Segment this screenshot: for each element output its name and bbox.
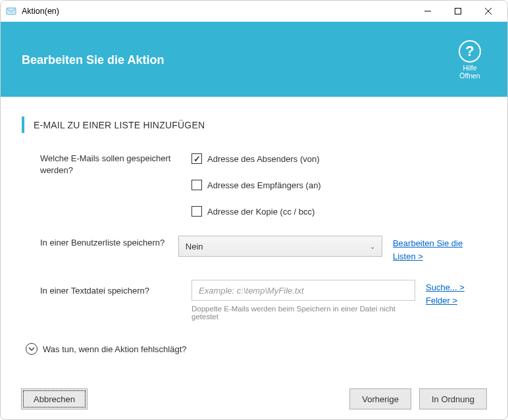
content: E-MAIL ZU EINER LISTE HINZUFÜGEN Welche … [1, 97, 507, 355]
checkbox-icon [191, 180, 202, 190]
checkbox-copy-label: Adresse der Kopie (cc / bcc) [207, 207, 315, 217]
svg-rect-1 [455, 9, 461, 14]
userlist-value: Nein [186, 242, 203, 251]
section-title: E-MAIL ZU EINER LISTE HINZUFÜGEN [34, 120, 205, 130]
section-heading: E-MAIL ZU EINER LISTE HINZUFÜGEN [22, 117, 486, 133]
failure-expander-label: Was tun, wenn die Aktion fehlschlägt? [43, 344, 186, 354]
checkbox-recipient-label: Adresse des Empfängers (an) [207, 180, 321, 190]
userlist-label: In einer Benutzerliste speichern? [40, 236, 178, 249]
checkbox-recipient[interactable]: Adresse des Empfängers (an) [191, 178, 415, 192]
cancel-button[interactable]: Abbrechen [21, 388, 88, 409]
window-title: Aktion(en) [22, 7, 413, 16]
svg-rect-0 [7, 8, 16, 14]
maximize-button[interactable] [443, 1, 473, 22]
header-banner: Bearbeiten Sie die Aktion ? Hilfe Öffnen [1, 22, 507, 97]
help-button[interactable]: ? Hilfe Öffnen [459, 40, 481, 80]
fields-link[interactable]: Felder > [426, 294, 465, 307]
section-accent-bar [22, 117, 24, 133]
help-label-2: Öffnen [459, 72, 481, 80]
chevron-down-icon: ⌄ [370, 243, 375, 250]
emails-label: Welche E-Mails sollen gespeichert werden… [40, 151, 191, 176]
footer: Abbrechen Vorherige In Ordnung [0, 378, 508, 420]
titlebar: Aktion(en) [1, 1, 507, 22]
search-link[interactable]: Suche... > [426, 281, 465, 294]
textfile-hint: Doppelte E-Mails werden beim Speichern i… [191, 305, 415, 321]
checkbox-icon [191, 153, 202, 164]
textfile-input[interactable] [191, 280, 415, 301]
textfile-label: In einer Textdatei speichern? [40, 280, 191, 297]
checkbox-sender[interactable]: Adresse des Absenders (von) [191, 151, 415, 166]
checkbox-copy[interactable]: Adresse der Kopie (cc / bcc) [191, 204, 415, 219]
help-label-1: Hilfe [459, 64, 481, 72]
minimize-button[interactable] [413, 1, 443, 22]
chevron-down-icon [26, 343, 38, 355]
failure-expander[interactable]: Was tun, wenn die Aktion fehlschlägt? [26, 343, 486, 355]
ok-button[interactable]: In Ordnung [419, 388, 487, 409]
previous-button[interactable]: Vorherige [349, 388, 411, 409]
close-button[interactable] [473, 1, 503, 22]
checkbox-icon [191, 206, 202, 217]
userlist-select[interactable]: Nein ⌄ [178, 236, 382, 257]
app-icon [6, 6, 16, 16]
page-title: Bearbeiten Sie die Aktion [22, 53, 164, 67]
help-icon: ? [459, 40, 481, 63]
edit-lists-link[interactable]: Bearbeiten Sie die Listen > [393, 237, 486, 263]
checkbox-sender-label: Adresse des Absenders (von) [207, 154, 320, 164]
